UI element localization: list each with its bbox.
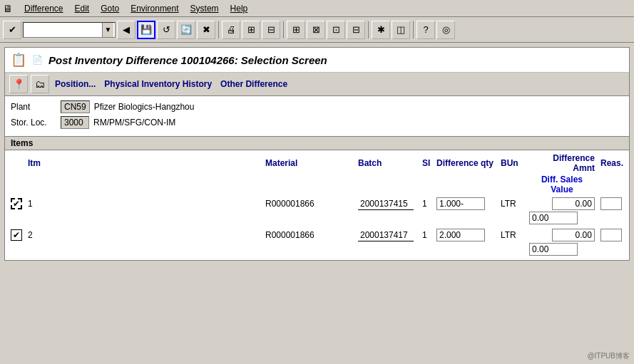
- row2-itm: 2: [25, 227, 262, 243]
- row2-reas: [598, 227, 626, 243]
- row1-batch-input[interactable]: [358, 197, 414, 210]
- row1-diff-qty: [434, 196, 498, 212]
- row2-checkbox-cell[interactable]: ✔: [8, 227, 25, 243]
- bun-col-header: BUn: [498, 152, 526, 175]
- diff-amnt-col-header: Difference Amnt: [526, 152, 598, 175]
- row1-batch: [355, 196, 419, 212]
- table-wrapper: Itm Material Batch SI Difference qty BUn…: [5, 150, 629, 260]
- save-button[interactable]: 💾: [137, 21, 155, 39]
- table-row: ✔ 1 R000001866 1 LTR: [8, 196, 626, 212]
- sub-header-row: Diff. Sales Value: [8, 175, 626, 196]
- check-button[interactable]: ✔: [3, 21, 21, 39]
- form-section: Plant CN59 Pfizer Biologics-Hangzhou Sto…: [5, 96, 629, 136]
- toolbar-btn-5[interactable]: ✱: [372, 21, 390, 39]
- refresh-button[interactable]: ↺: [157, 21, 175, 39]
- si-col-header: SI: [419, 152, 434, 175]
- position-link[interactable]: Position...: [52, 78, 98, 90]
- row1-reas: [598, 196, 626, 212]
- row1-si: 1: [419, 196, 434, 212]
- menu-environment[interactable]: Environment: [125, 2, 184, 15]
- plant-label: Plant: [11, 102, 61, 112]
- row1-itm: 1: [25, 196, 262, 212]
- toolbar-btn-2[interactable]: ⊠: [307, 21, 325, 39]
- separator-3: [368, 21, 369, 38]
- row2-checkbox[interactable]: ✔: [11, 229, 22, 241]
- main-content: 📋 📄 Post Inventory Difference 100104266:…: [0, 43, 634, 364]
- separator-2: [283, 21, 284, 38]
- menu-difference[interactable]: Difference: [19, 2, 68, 15]
- menu-bar: 🖥 Difference Edit Goto Environment Syste…: [0, 0, 634, 17]
- row2-diff-amnt-input[interactable]: [552, 229, 595, 241]
- storloc-name: RM/PM/SFG/CON-IM: [93, 118, 175, 128]
- menu-edit[interactable]: Edit: [68, 2, 95, 15]
- row1-checkbox-cell[interactable]: ✔: [8, 196, 25, 212]
- toolbar: ✔ ▼ ◀ 💾 ↺ 🔄 ✖ 🖨 ⊞ ⊟ ⊞ ⊠ ⊡ ⊟ ✱ ◫ ? ◎: [0, 17, 634, 43]
- row1-checkbox[interactable]: ✔: [11, 198, 22, 209]
- row2-batch: [355, 227, 419, 243]
- diff-sales-value-header: Diff. Sales Value: [526, 175, 598, 196]
- find-next-button[interactable]: ⊟: [262, 21, 280, 39]
- storloc-code: 3000: [61, 116, 89, 129]
- panel-icon: 📋: [11, 52, 26, 68]
- panel-icon-2: 📄: [32, 55, 43, 65]
- itm-col-header: Itm: [25, 152, 262, 175]
- separator-1: [218, 21, 219, 38]
- row1-sales-value-input[interactable]: [529, 212, 578, 224]
- command-dropdown[interactable]: ▼: [23, 22, 116, 38]
- material-col-header: Material: [262, 152, 355, 175]
- toolbar-btn-6[interactable]: ◫: [392, 21, 410, 39]
- row2-bun: LTR: [498, 227, 526, 243]
- table-row: ✔ 2 R000001866 1 LTR: [8, 227, 626, 243]
- row1-bun: LTR: [498, 196, 526, 212]
- row2-sales-value-input[interactable]: [529, 243, 578, 256]
- help-button[interactable]: ?: [416, 21, 435, 39]
- dropdown-arrow[interactable]: ▼: [102, 23, 113, 37]
- table-row-sub: [8, 212, 626, 227]
- position-btn[interactable]: 🗂: [31, 75, 49, 93]
- command-input[interactable]: [25, 26, 102, 34]
- menu-help[interactable]: Help: [225, 2, 254, 15]
- row2-diff-qty: [434, 227, 498, 243]
- toolbar-btn-3[interactable]: ⊡: [327, 21, 345, 39]
- menu-goto[interactable]: Goto: [95, 2, 125, 15]
- find-button[interactable]: ⊞: [242, 21, 260, 39]
- toolbar-btn-1[interactable]: ⊞: [287, 21, 305, 39]
- row2-reas-input[interactable]: [600, 229, 622, 241]
- main-panel: 📋 📄 Post Inventory Difference 100104266:…: [4, 47, 630, 261]
- storloc-label: Stor. Loc.: [11, 118, 61, 128]
- row2-sales-value: [526, 243, 598, 259]
- items-section: Items Itm Material Batch SI Difference q…: [5, 136, 629, 260]
- row2-si: 1: [419, 227, 434, 243]
- cancel-button[interactable]: ✖: [197, 21, 215, 39]
- toolbar-btn-extra[interactable]: ◎: [436, 21, 455, 39]
- table-row-sub: [8, 243, 626, 259]
- items-table: Itm Material Batch SI Difference qty BUn…: [8, 152, 626, 259]
- plant-name: Pfizer Biologics-Hangzhou: [94, 102, 195, 112]
- reas-col-header: Reas.: [598, 152, 626, 175]
- row2-batch-input[interactable]: [358, 229, 414, 241]
- row1-reas-input[interactable]: [600, 197, 622, 210]
- panel-header: 📋 📄 Post Inventory Difference 100104266:…: [5, 48, 629, 73]
- row2-diff-amnt: [526, 227, 598, 243]
- print-button[interactable]: 🖨: [222, 21, 240, 39]
- other-difference-link[interactable]: Other Difference: [218, 78, 290, 90]
- physical-inventory-link[interactable]: Physical Inventory History: [101, 78, 215, 90]
- row1-sales-value: [526, 212, 598, 227]
- diff-qty-col-header: Difference qty: [434, 152, 498, 175]
- position-icon[interactable]: 📍: [9, 75, 28, 93]
- app-icon: 🖥: [3, 3, 13, 14]
- column-header-row: Itm Material Batch SI Difference qty BUn…: [8, 152, 626, 175]
- menu-system[interactable]: System: [185, 2, 225, 15]
- row2-diff-qty-input[interactable]: [436, 229, 485, 241]
- items-label: Items: [5, 136, 629, 150]
- row1-diff-amnt-input[interactable]: [552, 197, 595, 210]
- storloc-row: Stor. Loc. 3000 RM/PM/SFG/CON-IM: [11, 116, 623, 129]
- row1-diff-qty-input[interactable]: [436, 197, 485, 210]
- row1-diff-amnt: [526, 196, 598, 212]
- plant-code: CN59: [61, 100, 90, 113]
- nav-back-button[interactable]: ◀: [117, 21, 136, 39]
- panel-title: Post Inventory Difference 100104266: Sel…: [48, 54, 327, 66]
- separator-4: [413, 21, 414, 38]
- retrieve-button[interactable]: 🔄: [177, 21, 195, 39]
- toolbar-btn-4[interactable]: ⊟: [347, 21, 365, 39]
